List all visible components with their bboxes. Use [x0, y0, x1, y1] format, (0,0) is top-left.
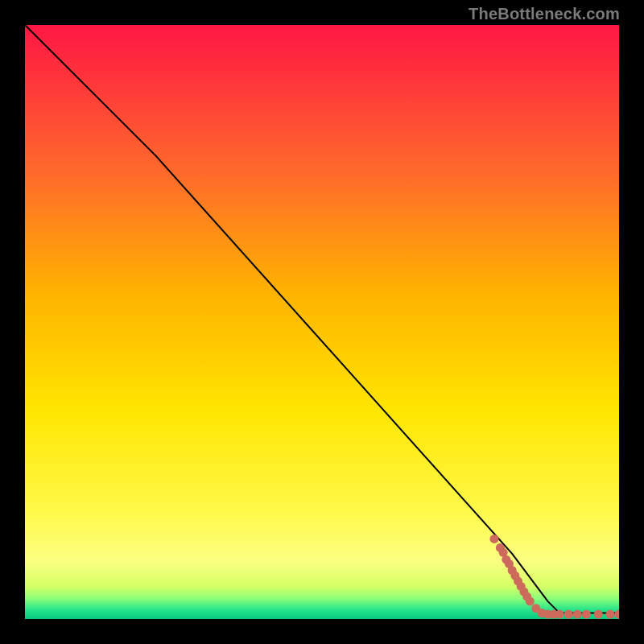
- data-point: [582, 610, 591, 619]
- data-point: [573, 610, 582, 619]
- curve-line: [25, 25, 619, 613]
- data-point: [605, 610, 614, 619]
- plot-area: [25, 25, 619, 619]
- chart-svg: [25, 25, 619, 619]
- data-point: [555, 610, 564, 619]
- data-point: [564, 610, 573, 619]
- chart-frame: TheBottleneck.com: [0, 0, 644, 644]
- data-point: [615, 610, 620, 619]
- data-point: [490, 535, 499, 543]
- watermark-text: TheBottleneck.com: [469, 5, 620, 23]
- data-point: [594, 610, 603, 619]
- data-point: [526, 597, 535, 605]
